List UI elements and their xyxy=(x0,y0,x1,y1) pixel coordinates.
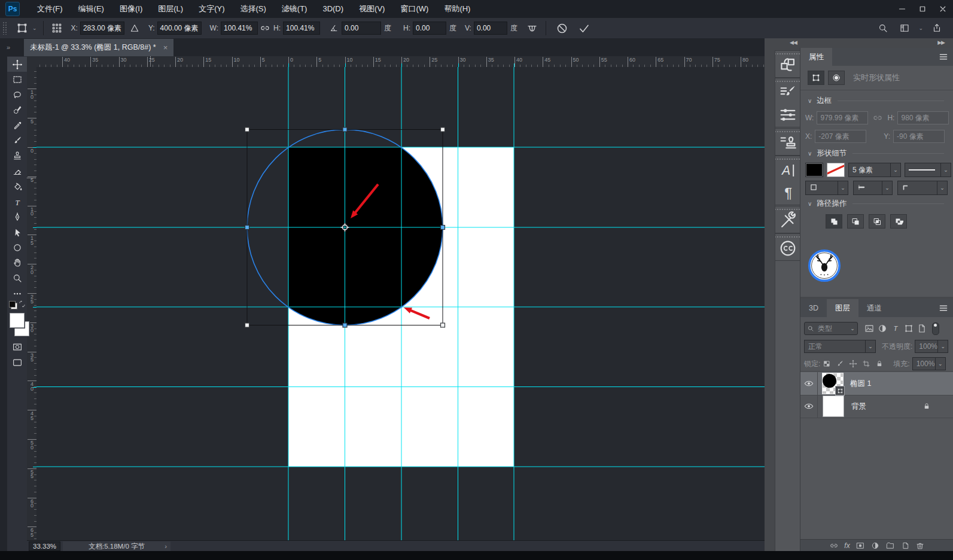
commit-transform-icon[interactable] xyxy=(578,22,590,35)
share-icon[interactable] xyxy=(931,23,942,34)
brush-settings-panel-icon[interactable] xyxy=(775,83,800,103)
layer-visibility-toggle[interactable] xyxy=(800,372,818,395)
stroke-corner-combo[interactable]: ⌄ xyxy=(897,181,948,195)
layers-menu-icon[interactable] xyxy=(938,303,949,314)
menu-layer[interactable]: 图层(L) xyxy=(150,0,191,18)
filter-adjustment-layers-icon[interactable] xyxy=(877,323,888,334)
paint-bucket-tool[interactable] xyxy=(7,179,27,194)
w-input[interactable]: 100.41% xyxy=(221,22,258,35)
vertical-ruler[interactable]: 10505101520253035404550556065 xyxy=(27,67,37,540)
path-operations-section-header[interactable]: ∨ 路径操作 xyxy=(805,199,948,209)
clone-source-panel-icon[interactable] xyxy=(775,55,800,75)
blend-mode-combo[interactable]: 正常⌄ xyxy=(804,340,876,353)
pen-tool[interactable] xyxy=(7,209,27,224)
reference-point-grid-icon[interactable] xyxy=(51,22,63,34)
menu-help[interactable]: 帮助(H) xyxy=(436,0,478,18)
quick-mask-button[interactable] xyxy=(7,339,27,354)
screen-mode-button[interactable] xyxy=(7,355,27,370)
new-layer-icon[interactable] xyxy=(900,541,910,550)
layer-style-icon[interactable]: fx xyxy=(844,541,850,550)
stroke-align-combo[interactable]: ⌄ xyxy=(805,181,848,195)
menu-window[interactable]: 窗口(W) xyxy=(392,0,436,18)
marquee-tool[interactable] xyxy=(7,72,27,87)
new-group-icon[interactable] xyxy=(885,541,895,550)
workspace-chevron-icon[interactable]: ⌄ xyxy=(918,25,923,31)
menu-view[interactable]: 视图(V) xyxy=(351,0,392,18)
type-tool[interactable]: T xyxy=(7,194,27,209)
clone-stamp-tool[interactable] xyxy=(7,148,27,163)
close-button[interactable] xyxy=(933,0,953,18)
h-skew-input[interactable]: 0.00 xyxy=(413,22,446,35)
filter-pixel-layers-icon[interactable] xyxy=(864,323,875,334)
stroke-cap-combo[interactable]: ⌄ xyxy=(853,181,893,195)
status-chevron-icon[interactable]: › xyxy=(165,543,167,550)
fill-combo[interactable]: 100%⌄ xyxy=(912,357,946,370)
menu-file[interactable]: 文件(F) xyxy=(29,0,71,18)
character-panel-icon[interactable]: A xyxy=(775,160,800,181)
tab-close-icon[interactable]: × xyxy=(163,43,168,52)
layer-thumbnail[interactable] xyxy=(823,395,844,417)
ruler-origin-corner[interactable] xyxy=(27,56,37,68)
document-tab[interactable]: 未标题-1 @ 33.3% (椭圆 1, RGB/8#) * × xyxy=(24,39,173,56)
canvas-viewport[interactable] xyxy=(36,67,765,540)
clone-stamp-panel-icon[interactable] xyxy=(775,133,800,153)
path-selection-tool[interactable] xyxy=(7,225,27,240)
fill-color-swatch[interactable] xyxy=(805,163,823,177)
maintain-aspect-ratio-icon[interactable] xyxy=(260,23,270,34)
quick-selection-tool[interactable] xyxy=(7,102,27,117)
filter-toggle-switch[interactable] xyxy=(932,322,939,335)
maximize-button[interactable] xyxy=(912,0,933,18)
zoom-level-field[interactable]: 33.33% xyxy=(29,541,60,551)
layer-name[interactable]: 椭圆 1 xyxy=(850,379,871,389)
zoom-tool[interactable] xyxy=(7,270,27,285)
minimize-button[interactable] xyxy=(892,0,912,18)
path-exclude-button[interactable] xyxy=(890,214,907,229)
add-mask-icon[interactable] xyxy=(855,541,865,550)
filter-type-layers-icon[interactable]: T xyxy=(890,323,901,334)
tab-channels[interactable]: 通道 xyxy=(858,299,890,317)
edit-toolbar-button[interactable] xyxy=(7,286,27,301)
shape-details-section-header[interactable]: ∨ 形状细节 xyxy=(805,148,948,159)
layer-visibility-toggle[interactable] xyxy=(800,395,818,418)
y-input[interactable]: 400.00 像素 xyxy=(157,22,202,35)
layer-row-background[interactable]: 背景 xyxy=(800,395,953,418)
link-dimensions-icon[interactable] xyxy=(872,112,883,123)
delete-layer-icon[interactable] xyxy=(915,541,925,550)
shape-transform-mode-button[interactable] xyxy=(808,71,824,85)
default-colors-foreground[interactable] xyxy=(9,301,16,308)
path-combine-button[interactable] xyxy=(826,214,842,229)
tab-properties[interactable]: 属性 xyxy=(800,48,832,66)
panel-menu-icon[interactable] xyxy=(938,51,949,62)
menu-select[interactable]: 选择(S) xyxy=(232,0,273,18)
tool-presets-panel-icon[interactable] xyxy=(775,211,800,231)
lock-transparency-icon[interactable] xyxy=(823,360,831,368)
lock-all-icon[interactable] xyxy=(875,360,884,368)
search-icon[interactable] xyxy=(878,23,888,34)
border-section-header[interactable]: ∨ 边框 xyxy=(805,96,948,106)
dock-collapse-icon[interactable]: ◀◀ xyxy=(790,39,797,45)
horizontal-ruler[interactable]: 4035302520151050510152025303540455055606… xyxy=(36,56,765,68)
tool-preset-chevron-icon[interactable]: ⌄ xyxy=(32,25,37,31)
lock-artboard-icon[interactable] xyxy=(862,360,870,368)
lock-pixels-icon[interactable] xyxy=(836,360,844,368)
toolbar-collapse-icon[interactable]: » xyxy=(2,38,14,56)
menu-type[interactable]: 文字(Y) xyxy=(191,0,232,18)
h-input[interactable]: 100.41% xyxy=(283,22,320,35)
layer-thumbnail[interactable] xyxy=(823,373,843,394)
menu-image[interactable]: 图像(I) xyxy=(112,0,150,18)
stroke-width-combo[interactable]: 5 像素⌄ xyxy=(848,163,901,177)
document-info[interactable]: 文档:5.18M/0 字节 › xyxy=(63,541,170,551)
filter-smart-objects-icon[interactable] xyxy=(917,323,927,334)
lasso-tool[interactable] xyxy=(7,87,27,102)
stroke-color-swatch[interactable] xyxy=(827,163,845,177)
adjustment-layer-icon[interactable] xyxy=(870,541,880,550)
path-subtract-button[interactable] xyxy=(847,214,864,229)
options-bar-grip[interactable] xyxy=(2,22,7,35)
filter-type-combo[interactable]: 类型 ⌄ xyxy=(804,322,858,335)
eyedropper-tool[interactable] xyxy=(7,118,27,133)
creative-cloud-icon[interactable] xyxy=(775,238,800,258)
shape-mask-mode-button[interactable] xyxy=(828,71,845,85)
swap-colors-icon[interactable] xyxy=(18,300,26,308)
layer-row-ellipse[interactable]: 椭圆 1 xyxy=(800,372,953,395)
v-skew-input[interactable]: 0.00 xyxy=(474,22,507,35)
